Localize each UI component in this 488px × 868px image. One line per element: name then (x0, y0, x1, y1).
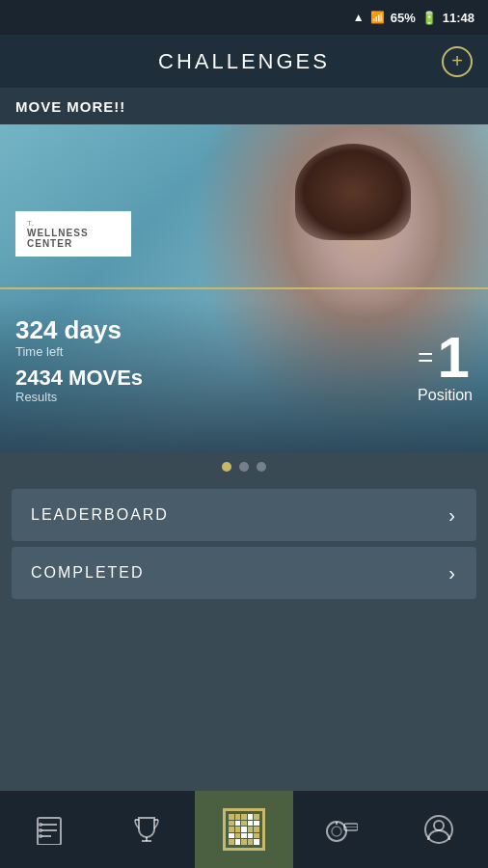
status-bar: ▲ 📶 65% 🔋 11:48 (0, 0, 488, 35)
svg-point-10 (332, 827, 341, 836)
content-spacer (0, 607, 488, 665)
wellness-logo: T. WELLNESS CENTER (15, 211, 131, 257)
status-icons: ▲ 📶 65% 🔋 11:48 (353, 11, 474, 25)
leaderboard-button[interactable]: LEADERBOARD › (12, 489, 476, 541)
stats-container: 324 days Time left 2434 MOVEs Results = … (0, 316, 488, 404)
logo-line2: WELLNESS CENTER (27, 228, 120, 249)
stats-left: 324 days Time left 2434 MOVEs Results (15, 316, 398, 404)
divider-line (0, 287, 488, 289)
completed-button[interactable]: COMPLETED › (12, 547, 476, 599)
whistle-icon (325, 816, 358, 843)
battery-text: 65% (391, 11, 416, 25)
signal-icon: 📶 (370, 11, 385, 24)
dot-1[interactable] (222, 462, 231, 472)
checklist-icon (34, 814, 65, 845)
leaderboard-label: LEADERBOARD (31, 506, 169, 524)
position-equals: = (418, 342, 433, 373)
svg-point-6 (39, 834, 42, 838)
days-value: 324 days (15, 316, 398, 344)
add-challenge-button[interactable]: + (442, 46, 473, 77)
nav-item-trophy[interactable] (97, 791, 195, 868)
profile-icon (423, 814, 454, 845)
wifi-icon: ▲ (353, 11, 365, 24)
nav-item-checklist[interactable] (0, 791, 97, 868)
dot-3[interactable] (257, 462, 266, 472)
page-title: CHALLENGES (158, 49, 330, 74)
dots-indicator (0, 452, 488, 481)
results-label: Results (15, 390, 398, 404)
svg-point-5 (39, 828, 42, 832)
header: CHALLENGES + (0, 35, 488, 89)
person-hair (295, 144, 411, 240)
position-number: 1 (437, 329, 469, 387)
svg-point-15 (434, 821, 444, 830)
trophy-icon (131, 814, 162, 845)
completed-chevron-icon: › (448, 562, 457, 584)
nav-item-qr[interactable] (195, 791, 292, 868)
action-buttons: LEADERBOARD › COMPLETED › (0, 481, 488, 607)
days-label: Time left (15, 344, 398, 359)
moves-value: 2434 MOVEs (15, 366, 398, 390)
nav-item-whistle[interactable] (293, 791, 391, 868)
challenge-card: T. WELLNESS CENTER 324 days Time left 24… (0, 124, 488, 452)
logo-line1: T. (27, 219, 35, 228)
time-text: 11:48 (443, 11, 474, 25)
nav-item-profile[interactable] (391, 791, 488, 868)
svg-point-4 (39, 823, 42, 827)
leaderboard-chevron-icon: › (448, 504, 457, 527)
battery-icon: 🔋 (421, 11, 437, 25)
position-label: Position (418, 387, 473, 404)
completed-label: COMPLETED (31, 564, 145, 582)
bottom-nav (0, 791, 488, 868)
stats-right: = 1 Position (398, 329, 473, 404)
qr-icon (223, 808, 265, 851)
dot-2[interactable] (239, 462, 249, 472)
section-label: MOVE MORE!! (0, 89, 488, 124)
